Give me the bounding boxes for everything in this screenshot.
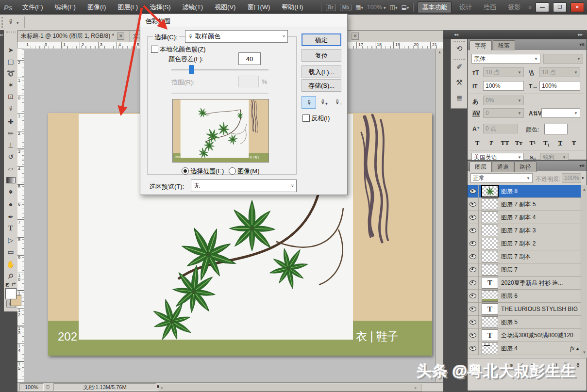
tab-paragraph[interactable]: 段落 <box>493 40 515 50</box>
menu-layer[interactable]: 图层(L) <box>112 0 144 15</box>
fuzziness-slider-thumb[interactable] <box>189 65 194 74</box>
visibility-toggle[interactable] <box>468 290 479 302</box>
tab-character[interactable]: 字符 <box>470 40 492 50</box>
layer-row[interactable]: 图层 7 副本 <box>468 250 581 263</box>
screen-mode-icon[interactable]: ⬓▾ <box>401 4 409 11</box>
kerning-select[interactable]: 0▼ <box>483 108 524 118</box>
image-radio[interactable] <box>229 167 236 175</box>
menu-select[interactable]: 选择(S) <box>144 0 176 15</box>
magic-wand-tool[interactable]: ✶ <box>4 80 17 90</box>
close-button[interactable]: ✕ <box>570 2 584 12</box>
layers-scrollbar[interactable]: ▲ ▼ <box>581 185 587 358</box>
layer-thumbnail[interactable] <box>482 290 498 302</box>
fuzziness-input[interactable] <box>238 52 261 65</box>
faux-italic-button[interactable]: T <box>485 139 497 147</box>
horizontal-scrollbar[interactable]: ◂ ▸ <box>159 384 422 392</box>
subscript-button[interactable]: T₁ <box>540 139 552 147</box>
menu-help[interactable]: 帮助(H) <box>276 0 309 15</box>
more-workspaces-icon[interactable]: » <box>528 4 532 11</box>
type-tool[interactable]: T <box>4 223 17 234</box>
layer-row[interactable]: 图层 7 <box>468 263 581 277</box>
workspace-painting[interactable]: 绘画 <box>480 2 500 13</box>
opacity-arrow-icon[interactable]: ▸ <box>582 175 585 180</box>
visibility-toggle[interactable] <box>468 198 479 211</box>
restore-button[interactable]: ❐ <box>553 2 567 12</box>
dialog-close-icon[interactable]: ✕ <box>145 17 155 26</box>
scroll-up-icon[interactable]: ▲ <box>581 186 587 193</box>
tab-paths[interactable]: 路径 <box>514 162 537 172</box>
horizontal-scale-field[interactable]: 100% <box>539 81 580 91</box>
visibility-toggle[interactable] <box>468 303 479 315</box>
foreground-color-swatch[interactable] <box>5 288 17 299</box>
opacity-field[interactable]: 100% <box>562 173 581 183</box>
layer-row[interactable]: 图层 6 <box>468 290 581 303</box>
vertical-scale-field[interactable]: 100% <box>483 81 524 91</box>
tool-preset-caret-icon[interactable]: ▾ <box>17 20 19 25</box>
layer-thumbnail[interactable] <box>482 198 498 210</box>
tab-close-icon[interactable]: ✕ <box>117 33 124 40</box>
layer-row[interactable]: 图层 8 <box>468 185 581 198</box>
selection-radio[interactable] <box>182 167 189 175</box>
layer-thumbnail[interactable] <box>482 343 498 354</box>
workspace-design[interactable]: 设计 <box>455 2 476 13</box>
visibility-toggle[interactable] <box>468 329 479 342</box>
layer-row[interactable]: T THE LURIOUS STYLISH BIG F... <box>468 303 581 316</box>
ok-button[interactable]: 确定 <box>302 33 341 46</box>
crop-tool[interactable]: ⊡ <box>4 91 17 102</box>
pen-tool[interactable]: ✒ <box>4 212 17 222</box>
marquee-tool[interactable]: ▢ <box>4 56 17 67</box>
tab-close-icon[interactable]: ✕ <box>352 33 359 40</box>
layer-row[interactable]: 图层 7 副本 5 <box>468 198 581 211</box>
all-caps-button[interactable]: TT <box>499 139 511 147</box>
layer-row[interactable]: T 2020夏季新品 衬衫 连... <box>468 277 581 290</box>
invert-checkbox[interactable] <box>302 114 310 122</box>
reset-button[interactable]: 复位 <box>302 49 341 62</box>
font-style-select[interactable]: -▼ <box>543 54 583 64</box>
brush-panel-icon[interactable]: ✐ <box>451 63 468 71</box>
visibility-toggle[interactable] <box>468 224 479 237</box>
layer-row[interactable]: T 全场满300减50/满800减120 <box>468 329 581 342</box>
strikethrough-button[interactable]: Ŧ <box>568 139 580 147</box>
document-info[interactable]: 文档:1.13M/5.76M <box>53 383 156 391</box>
eraser-tool[interactable]: ▱ <box>4 163 17 174</box>
brush-tool[interactable]: ✏ <box>4 128 17 139</box>
scroll-left-icon[interactable]: ◂ <box>160 385 163 390</box>
clone-stamp-tool[interactable]: ⊥ <box>4 140 17 150</box>
bridge-button[interactable]: Br <box>326 4 336 11</box>
dodge-tool[interactable]: ● <box>4 199 17 210</box>
tab-channels[interactable]: 通道 <box>492 162 514 172</box>
layer-thumbnail[interactable] <box>482 238 498 249</box>
underline-button[interactable]: T <box>554 139 566 147</box>
menu-edit[interactable]: 编辑(E) <box>49 0 82 15</box>
tool-presets-panel-icon[interactable]: ⚒ <box>451 78 468 87</box>
selection-preview-combo[interactable]: 无˅ <box>191 180 297 192</box>
layer-row[interactable]: 图层 7 副本 4 <box>468 211 581 224</box>
zoom-percentage-field[interactable]: 100% <box>19 383 44 391</box>
visibility-toggle[interactable] <box>468 211 479 224</box>
collapse-panels-icon[interactable]: ◂◂ <box>454 30 458 39</box>
swap-colors-icon[interactable]: ⇄ <box>12 281 16 287</box>
tab-layers[interactable]: 图层 <box>470 162 492 172</box>
menu-file[interactable]: 文件(F) <box>17 0 49 15</box>
scroll-right-icon[interactable]: ▸ <box>415 385 417 390</box>
tracking-select[interactable]: ▼ <box>541 108 580 118</box>
layer-thumbnail[interactable]: T <box>482 329 498 341</box>
sample-eyedropper-button[interactable]: ✑ <box>302 96 316 109</box>
history-brush-tool[interactable]: ↺ <box>4 151 17 162</box>
dialog-title-bar[interactable]: 色彩范围 ✕ <box>140 14 347 27</box>
selection-preview-image[interactable] <box>172 99 269 163</box>
select-combo[interactable]: ✑ 取样颜色˅ <box>185 30 288 43</box>
move-tool[interactable]: ➤ <box>4 45 17 55</box>
proxy-icon[interactable]: ◷ <box>46 384 50 389</box>
scroll-down-icon[interactable]: ▼ <box>581 349 587 356</box>
visibility-toggle[interactable] <box>468 342 479 355</box>
lasso-tool[interactable]: ➰ <box>4 68 17 79</box>
visibility-toggle[interactable] <box>468 237 479 250</box>
expand-icon[interactable]: ▸▸ <box>0 33 3 37</box>
view-extras-icon[interactable]: ▦▾ <box>355 4 363 11</box>
document-tab-1[interactable]: 未标题-1 @ 100% (图层 1, RGB/8) * ✕ <box>17 30 133 42</box>
layer-fx-badge[interactable]: fx ▴ <box>570 345 581 352</box>
tsume-select[interactable]: 0%▼ <box>483 96 524 105</box>
layer-thumbnail[interactable] <box>482 225 498 236</box>
layer-row[interactable]: 图层 7 副本 2 <box>468 237 581 250</box>
